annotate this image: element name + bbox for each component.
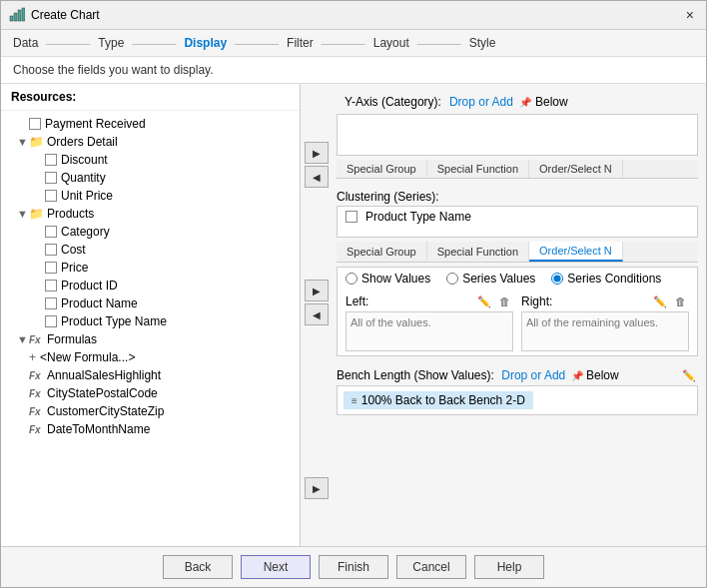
right-box[interactable]: All of the remaining values. [521,311,689,351]
radio-series-values-input[interactable] [446,273,458,285]
yaxis-header-suffix: Below [535,95,568,109]
list-item[interactable]: ▼ 📁 Orders Detail [1,133,300,151]
left-edit-icon[interactable]: ✏️ [475,294,493,309]
bench-add-arrow[interactable]: ▶ [305,477,329,499]
resources-list[interactable]: Payment Received ▼ 📁 Orders Detail Disco… [1,111,300,546]
tab-yaxis-special-group[interactable]: Special Group [337,160,427,178]
radio-show-values-input[interactable] [346,273,357,285]
fx-icon: Fx [29,424,43,435]
step-type[interactable]: Type [98,36,124,50]
tab-clustering-special-function[interactable]: Special Function [427,242,529,262]
checkbox-quantity[interactable] [45,172,57,184]
tab-yaxis-special-function[interactable]: Special Function [427,160,529,178]
resources-label: Resources: [1,84,300,111]
yaxis-remove-arrow[interactable]: ◀ [305,166,329,188]
list-item[interactable]: Fx AnnualSalesHighlight [1,366,300,384]
left-box[interactable]: All of the values. [346,311,513,351]
list-item[interactable]: ▼ 📁 Products [1,205,300,223]
checkbox-category[interactable] [45,226,57,238]
list-item[interactable]: Fx CustomerCityStateZip [1,402,300,420]
list-item[interactable]: Unit Price [1,187,300,205]
bench-header-text: Bench Length (Show Values): Drop or Add … [337,368,619,382]
list-item[interactable]: Quantity [1,169,300,187]
bench-arrows: ▶ [305,477,329,499]
close-button[interactable]: × [682,7,698,23]
list-item[interactable]: Payment Received [1,115,300,133]
list-item[interactable]: Discount [1,151,300,169]
checkbox-price[interactable] [45,262,57,274]
yaxis-header-action: Drop or Add [449,95,513,109]
item-label-payment-received: Payment Received [45,117,146,131]
item-label-product-name: Product Name [61,296,138,310]
list-item[interactable]: Fx DateToMonthName [1,420,300,438]
left-delete-icon[interactable]: 🗑 [495,294,513,309]
checkbox-payment-received[interactable] [29,118,41,130]
steps-bar: Data ———— Type ———— Display ———— Filter … [1,30,706,57]
yaxis-drop-area[interactable] [337,114,698,156]
back-button[interactable]: Back [163,555,233,579]
checkbox-discount[interactable] [45,154,57,166]
bench-header-prefix: Bench Length (Show Values): [337,368,494,382]
help-button[interactable]: Help [474,555,544,579]
tab-clustering-special-group[interactable]: Special Group [337,242,427,262]
tab-yaxis-order-select[interactable]: Order/Select N [529,160,623,178]
list-item[interactable]: ▼ Fx Formulas [1,330,300,348]
item-label-date-to-month: DateToMonthName [47,422,150,436]
yaxis-section: Y-Axis (Category): Drop or Add 📌 Below [337,90,698,156]
step-style[interactable]: Style [469,36,496,50]
right-edit-icon[interactable]: ✏️ [651,294,669,309]
left-label: Left: [346,294,368,308]
radio-show-values[interactable]: Show Values [346,272,430,286]
bench-item-label: 100% Back to Back Bench 2-D [361,393,525,407]
checkbox-unit-price[interactable] [45,190,57,202]
list-item[interactable]: Fx CityStatePostalCode [1,384,300,402]
list-item[interactable]: Product ID [1,277,300,294]
yaxis-add-arrow[interactable]: ▶ [305,142,329,164]
list-item[interactable]: Product Name [1,294,300,312]
list-item[interactable]: Cost [1,241,300,259]
left-header: Left: ✏️ 🗑 [346,294,513,309]
left-arrow-controls: ▶ ◀ ▶ ◀ ▶ [301,84,333,546]
item-label-customer-city: CustomerCityStateZip [47,404,164,418]
clustering-tab-bar: Special Group Special Function Order/Sel… [337,242,698,263]
list-item[interactable]: Product Type Name [1,312,300,330]
clustering-header: Clustering (Series): [337,187,698,206]
next-button[interactable]: Next [241,555,311,579]
bench-item[interactable]: ≡ 100% Back to Back Bench 2-D [344,391,533,409]
yaxis-tabs: Special Group Special Function Order/Sel… [337,160,698,179]
tab-clustering-order-select[interactable]: Order/Select N [529,242,623,262]
radio-series-values[interactable]: Series Values [446,272,535,286]
radio-series-conditions[interactable]: Series Conditions [551,272,661,286]
bench-edit-icon[interactable]: ✏️ [680,367,698,383]
clustering-drop-area[interactable]: Product Type Name [337,206,698,238]
radio-series-conditions-input[interactable] [551,273,563,285]
checkbox-clustering-item[interactable] [346,211,357,223]
checkbox-cost[interactable] [45,244,57,256]
step-divider-2: ———— [132,37,176,49]
checkbox-product-id[interactable] [45,280,57,292]
radio-show-values-label: Show Values [361,272,430,286]
step-data[interactable]: Data [13,36,38,50]
list-item[interactable]: + <New Formula...> [1,348,300,366]
clustering-add-arrow[interactable]: ▶ [305,280,329,301]
pin-icon: 📌 [519,97,531,108]
step-filter[interactable]: Filter [287,36,314,50]
item-label-category: Category [61,225,110,239]
bench-item-icon: ≡ [352,395,357,406]
step-divider-4: ———— [322,37,365,49]
lr-row: Left: ✏️ 🗑 All of the values. [338,290,697,355]
checkbox-product-name[interactable] [45,297,57,309]
bench-drop-area[interactable]: ≡ 100% Back to Back Bench 2-D [337,385,698,415]
list-item[interactable]: Price [1,259,300,277]
checkbox-product-type-name[interactable] [45,315,57,327]
clustering-remove-arrow[interactable]: ◀ [305,303,329,325]
clustering-item[interactable]: Product Type Name [338,207,697,227]
finish-button[interactable]: Finish [319,555,388,579]
right-content[interactable]: Y-Axis (Category): Drop or Add 📌 Below S… [333,84,706,546]
list-item[interactable]: Category [1,223,300,241]
step-display[interactable]: Display [184,36,227,50]
step-layout[interactable]: Layout [373,36,409,50]
cancel-button[interactable]: Cancel [396,555,466,579]
right-delete-icon[interactable]: 🗑 [671,294,689,309]
right-header-actions: ✏️ 🗑 [651,294,689,309]
